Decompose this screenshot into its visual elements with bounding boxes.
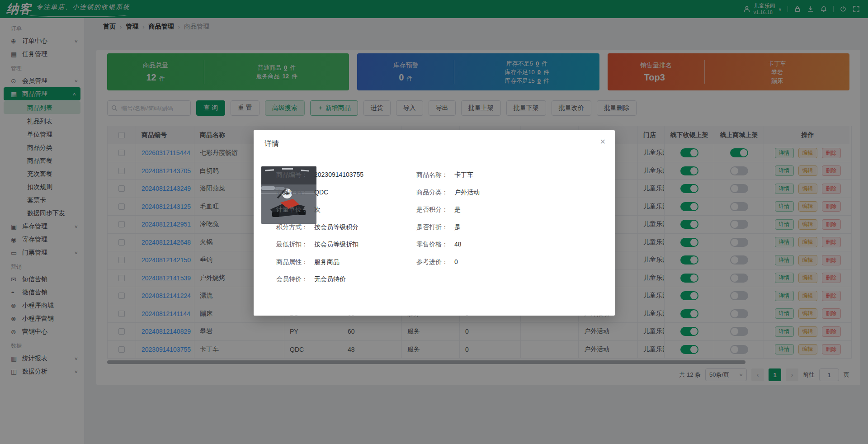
- modal-field: 是否打折： 是: [416, 222, 480, 231]
- field-label: 最低折扣：: [276, 240, 308, 249]
- modal-field: 是否积分： 是: [416, 205, 480, 214]
- field-value: 次: [314, 205, 321, 214]
- modal-field: 商品属性： 服务商品: [276, 257, 363, 266]
- modal-field: 商品名称： 卡丁车: [416, 170, 480, 179]
- modal-field: 会员特价： 无会员特价: [276, 274, 363, 283]
- detail-modal: 详情 ✕ 商品: [254, 130, 615, 316]
- field-value: 是: [454, 205, 461, 214]
- modal-field: 零售价格： 48: [416, 240, 480, 249]
- field-label: 是否打折：: [416, 222, 448, 231]
- field-label: 商品简码：: [276, 188, 308, 197]
- modal-field: 计量单位： 次: [276, 205, 363, 214]
- field-value: 0: [454, 257, 458, 266]
- field-value: 卡丁车: [454, 170, 473, 179]
- app: 纳客 专注单店、小连锁的收银系统 儿童乐园 v1.16.18 ∨: [0, 0, 868, 444]
- field-value: 20230914103755: [314, 170, 363, 179]
- field-value: 户外活动: [454, 188, 480, 197]
- modal-field: 商品简码： QDC: [276, 188, 363, 197]
- field-value: 服务商品: [314, 257, 340, 266]
- modal-field: 商品编号： 20230914103755: [276, 170, 363, 179]
- modal-field: 商品分类： 户外活动: [416, 188, 480, 197]
- field-value: 无会员特价: [314, 274, 346, 283]
- modal-field: 积分方式： 按会员等级积分: [276, 222, 363, 231]
- field-value: 是: [454, 222, 461, 231]
- field-label: 商品分类：: [416, 188, 448, 197]
- field-label: 计量单位：: [276, 205, 308, 214]
- field-label: 商品名称：: [416, 170, 448, 179]
- field-value: 48: [454, 240, 462, 249]
- field-label: 是否积分：: [416, 205, 448, 214]
- modal-field: 最低折扣： 按会员等级折扣: [276, 240, 363, 249]
- modal-field: 参考进价： 0: [416, 257, 480, 266]
- field-value: 按会员等级折扣: [314, 240, 359, 249]
- field-label: 参考进价：: [416, 257, 448, 266]
- close-icon[interactable]: ✕: [600, 137, 606, 146]
- field-label: 商品属性：: [276, 257, 308, 266]
- modal-fields-right: 商品名称： 卡丁车 商品分类： 户外活动 是否积分： 是 是否打折： 是 零售价…: [416, 170, 480, 266]
- modal-title: 详情: [264, 139, 279, 149]
- field-label: 积分方式：: [276, 222, 308, 231]
- modal-fields-left: 商品编号： 20230914103755 商品简码： QDC 计量单位： 次 积…: [276, 170, 363, 283]
- field-label: 零售价格：: [416, 240, 448, 249]
- field-value: 按会员等级积分: [314, 222, 359, 231]
- field-label: 会员特价：: [276, 274, 308, 283]
- field-label: 商品编号：: [276, 170, 308, 179]
- field-value: QDC: [314, 188, 328, 197]
